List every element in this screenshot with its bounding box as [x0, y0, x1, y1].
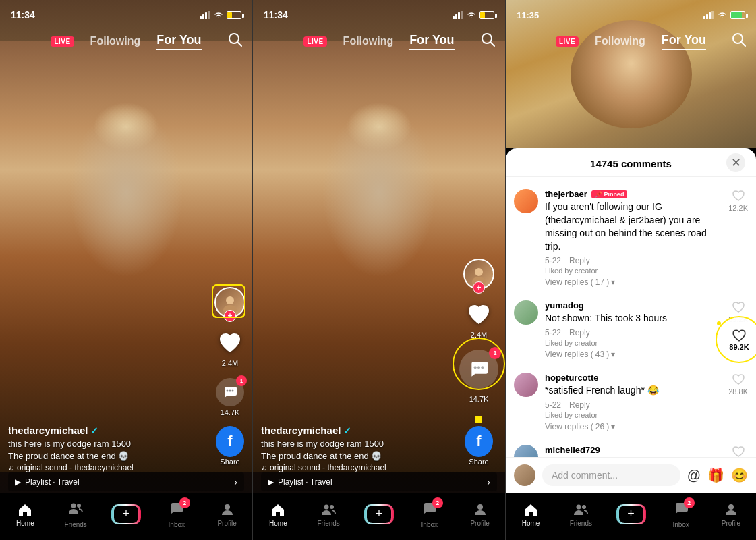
live-badge-3[interactable]: LIVE — [556, 36, 579, 47]
view-replies-1[interactable]: View replies (17) ▾ — [545, 277, 722, 287]
tab-home-2[interactable]: Home — [253, 502, 303, 527]
share-control-1[interactable]: f Share — [216, 427, 244, 466]
playlist-icon-2: ▶ — [268, 477, 274, 487]
tab-add-3[interactable]: + — [606, 504, 656, 524]
heart-icon-1 — [216, 329, 243, 356]
tab-add-1[interactable]: + — [101, 504, 152, 524]
like-count-comment-3: 28.8K — [728, 387, 748, 396]
commenter-avatar-2[interactable] — [514, 300, 538, 325]
comments-list[interactable]: thejerbaer 📌 Pinned If you aren't follow… — [506, 177, 756, 457]
panel-3: 11:35 LIVE Following For You 14745 comme… — [506, 0, 756, 540]
username-1[interactable]: thedarcymichael ✓ — [8, 425, 212, 436]
follow-plus-2[interactable]: + — [473, 281, 485, 294]
commenter-avatar-1[interactable] — [514, 189, 538, 213]
gift-icon[interactable]: 🎁 — [707, 467, 724, 483]
following-tab-3[interactable]: Following — [595, 35, 645, 47]
search-button-2[interactable] — [481, 32, 496, 51]
tab-friends-1[interactable]: Friends — [51, 500, 101, 529]
status-icons-1 — [200, 11, 241, 19]
music-icon-1: ♫ — [8, 463, 14, 473]
sound-2[interactable]: ♫ original sound - thedarcymichael — [261, 463, 465, 473]
comment-username-2[interactable]: yumadog — [545, 300, 722, 310]
following-tab-1[interactable]: Following — [90, 35, 141, 47]
signal-icon — [200, 11, 210, 19]
foryou-tab-1[interactable]: For You — [156, 33, 201, 50]
tab-friends-2[interactable]: Friends — [303, 502, 354, 527]
comment-username-4[interactable]: michelled729 — [545, 445, 722, 455]
tab-bar-2: Home Friends + 2 Inbox Profile — [253, 493, 505, 540]
music-icon-2: ♫ — [261, 463, 267, 473]
tab-add-2[interactable]: + — [354, 504, 405, 524]
tab-home-1[interactable]: Home — [0, 502, 51, 527]
profile-icon-1 — [219, 502, 235, 518]
tab-inbox-1[interactable]: 2 Inbox — [151, 500, 202, 529]
like-heart-icon-4 — [732, 445, 745, 457]
comment-control-1[interactable]: 1 14.7K — [216, 378, 244, 416]
live-badge-1[interactable]: LIVE — [51, 36, 74, 47]
live-badge-2[interactable]: LIVE — [303, 36, 326, 47]
comment-username-3[interactable]: hopeturcotte — [545, 373, 722, 383]
sound-1[interactable]: ♫ original sound - thedarcymichael — [8, 463, 212, 473]
nav-bar-3: LIVE Following For You — [506, 24, 756, 58]
comment-badge-1: 1 — [236, 375, 247, 386]
share-label-1: Share — [220, 458, 239, 466]
home-icon-1 — [17, 502, 33, 518]
view-replies-2[interactable]: View replies (43) ▾ — [545, 350, 722, 359]
add-button-1[interactable]: + — [111, 504, 141, 524]
status-bar-3: 11:35 — [506, 0, 756, 24]
tab-home-3[interactable]: Home — [506, 502, 556, 527]
profile-label-2: Profile — [470, 520, 489, 527]
comment-count-2: 14.7K — [469, 395, 489, 403]
close-button[interactable]: ✕ — [726, 153, 745, 172]
foryou-tab-3[interactable]: For You — [662, 33, 706, 50]
following-tab-2[interactable]: Following — [343, 35, 394, 47]
tab-inbox-2[interactable]: 2 Inbox — [404, 500, 455, 529]
foryou-tab-2[interactable]: For You — [409, 33, 454, 50]
search-button-3[interactable] — [732, 32, 747, 51]
comment-input[interactable]: Add comment... — [542, 464, 680, 486]
comment-meta-1: 5-22 Reply — [545, 256, 722, 265]
comment-control-2[interactable]: 1 14.7K — [459, 350, 498, 403]
comment-like-3[interactable]: 28.8K — [728, 373, 748, 396]
comment-input-icons: @ 🎁 😊 — [687, 467, 748, 483]
caption-2: this here is my dodge ram 1500 — [261, 439, 465, 449]
like-control-1[interactable]: 2.4M — [216, 329, 244, 367]
tab-inbox-3[interactable]: 2 Inbox — [656, 500, 706, 529]
svg-line-5 — [237, 42, 241, 46]
comment-body-3: hopeturcotte *satisfied French laugh* 😂 … — [545, 373, 722, 431]
at-icon[interactable]: @ — [687, 468, 701, 483]
svg-point-36 — [728, 504, 734, 510]
like-control-2[interactable]: 2.4M — [465, 300, 493, 339]
tab-profile-2[interactable]: Profile — [455, 502, 505, 527]
description-2: The proud dance at the end 💀 — [261, 451, 465, 461]
comment-text-1: If you aren't following our IG (thedarcy… — [545, 200, 722, 253]
emoji-icon[interactable]: 😊 — [731, 467, 748, 483]
tab-profile-1[interactable]: Profile — [202, 502, 252, 527]
playlist-arrow-2: › — [487, 477, 490, 487]
playlist-arrow-1: › — [234, 477, 237, 487]
username-2[interactable]: thedarcymichael ✓ — [261, 425, 465, 436]
svg-point-20 — [475, 268, 483, 276]
view-replies-3[interactable]: View replies (26) ▾ — [545, 422, 722, 431]
inbox-label-1: Inbox — [169, 521, 185, 529]
svg-rect-1 — [202, 14, 204, 19]
playlist-bar-2[interactable]: ▶ Playlist · Travel › — [261, 473, 497, 491]
comment-icon-1: 1 — [216, 378, 244, 406]
creator-avatar-2[interactable]: + — [463, 259, 494, 290]
comment-count-1: 14.7K — [221, 408, 240, 416]
tab-profile-3[interactable]: Profile — [706, 502, 756, 527]
home-icon-3 — [523, 502, 539, 518]
commenter-avatar-3[interactable] — [514, 373, 538, 397]
search-button-1[interactable] — [228, 32, 243, 51]
comment-like-4[interactable]: 50.9K — [728, 445, 748, 457]
tab-friends-3[interactable]: Friends — [556, 502, 606, 527]
commenter-avatar-4[interactable] — [514, 445, 538, 457]
comment-like-1[interactable]: 12.2K — [728, 189, 748, 212]
playlist-bar-1[interactable]: ▶ Playlist · Travel › — [8, 473, 244, 491]
share-control-2[interactable]: f Share — [465, 427, 493, 466]
panel-1: 11:34 LIVE Following For You + — [0, 0, 253, 540]
time-2: 11:34 — [264, 9, 288, 20]
comment-username-1[interactable]: thejerbaer 📌 Pinned — [545, 189, 722, 199]
svg-point-26 — [330, 505, 334, 509]
profile-icon-2 — [472, 502, 488, 518]
